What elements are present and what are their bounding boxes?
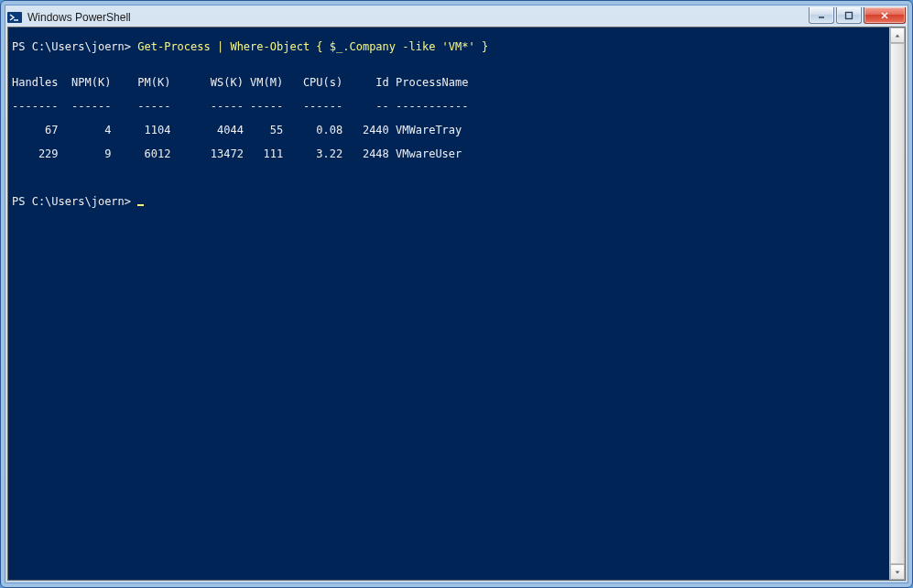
svg-rect-3 xyxy=(846,12,853,18)
powershell-icon xyxy=(7,10,22,25)
command-text: Get-Process | Where-Object { $_.Company … xyxy=(131,40,488,53)
table-headers: Handles NPM(K) PM(K) WS(K) VM(M) CPU(s) … xyxy=(12,77,886,89)
minimize-button[interactable] xyxy=(809,7,834,24)
scroll-down-button[interactable] xyxy=(890,564,905,580)
prompt: PS C:\Users\joern> xyxy=(12,195,131,208)
console-output[interactable]: PS C:\Users\joern> Get-Process | Where-O… xyxy=(8,27,889,580)
table-row: 67 4 1104 4044 55 0.08 2440 VMWareTray xyxy=(12,125,886,136)
maximize-button[interactable] xyxy=(836,7,862,24)
scrollbar-thumb[interactable] xyxy=(890,43,905,564)
cursor xyxy=(137,204,144,206)
prompt-space xyxy=(131,195,137,208)
close-button[interactable] xyxy=(864,7,906,24)
window-title: Windows PowerShell xyxy=(27,11,131,24)
vertical-scrollbar[interactable] xyxy=(889,27,905,580)
scrollbar-track[interactable] xyxy=(890,43,905,564)
console-frame: PS C:\Users\joern> Get-Process | Where-O… xyxy=(7,27,906,581)
powershell-window: Windows PowerShell PS C:\Users\joern> Ge… xyxy=(0,0,913,588)
prompt: PS C:\Users\joern> xyxy=(12,40,131,53)
window-controls xyxy=(809,7,906,24)
table-divider: ------- ------ ----- ----- ----- ------ … xyxy=(12,101,886,113)
table-row: 229 9 6012 13472 111 3.22 2448 VMwareUse… xyxy=(12,148,886,160)
scroll-up-button[interactable] xyxy=(890,27,905,43)
